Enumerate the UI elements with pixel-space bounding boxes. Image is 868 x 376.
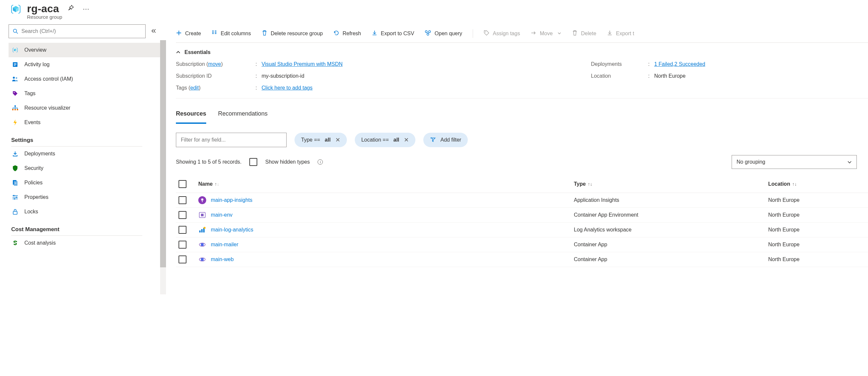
- collapse-sidebar-button[interactable]: [151, 28, 156, 35]
- more-button[interactable]: ⋯: [83, 5, 89, 13]
- sidebar-item-label: Overview: [24, 47, 46, 53]
- scrollbar-thumb[interactable]: [160, 40, 166, 268]
- delete-resource-group-button[interactable]: Delete resource group: [261, 30, 323, 37]
- close-icon[interactable]: ✕: [335, 136, 340, 144]
- show-hidden-checkbox[interactable]: [249, 158, 257, 166]
- sidebar-item-resource-visualizer[interactable]: Resource visualizer: [8, 101, 162, 115]
- row-checkbox[interactable]: [179, 196, 186, 204]
- svg-point-18: [13, 195, 14, 196]
- resource-link[interactable]: main-mailer: [211, 242, 239, 248]
- sidebar-search-input[interactable]: [22, 28, 141, 34]
- sidebar-item-events[interactable]: Events: [8, 115, 162, 130]
- subscription-link[interactable]: Visual Studio Premium with MSDN: [261, 61, 343, 67]
- add-filter-button[interactable]: Add filter: [423, 133, 468, 147]
- sort-icon: ↑↓: [588, 181, 592, 187]
- subscription-move-link[interactable]: move: [208, 61, 221, 67]
- svg-rect-31: [201, 229, 203, 232]
- essentials-subscription-key: Subscription (move):: [176, 61, 261, 67]
- sidebar-item-label: Security: [24, 165, 43, 171]
- sidebar-item-activity-log[interactable]: Activity log: [8, 57, 162, 72]
- grouping-select[interactable]: No grouping: [732, 155, 857, 169]
- tags-icon: [11, 91, 19, 96]
- svg-rect-15: [17, 109, 18, 110]
- table-row[interactable]: main-envContainer App EnvironmentNorth E…: [176, 208, 868, 223]
- open-query-button[interactable]: Open query: [425, 30, 462, 37]
- svg-rect-37: [201, 258, 204, 261]
- select-all-checkbox[interactable]: [179, 180, 186, 188]
- search-icon: [13, 29, 18, 34]
- filter-pill-type[interactable]: Type == all✕: [294, 133, 347, 147]
- column-header-name[interactable]: Name↑↓: [196, 176, 571, 193]
- events-icon: [11, 119, 19, 126]
- resource-link[interactable]: main-web: [211, 256, 234, 262]
- sidebar-item-tags[interactable]: Tags: [8, 86, 162, 101]
- sidebar-item-locks[interactable]: Locks: [8, 205, 162, 219]
- export-csv-button[interactable]: Export to CSV: [372, 30, 414, 37]
- security-icon: [11, 165, 19, 171]
- row-checkbox[interactable]: [179, 241, 186, 249]
- tab-recommendations[interactable]: Recommendations: [218, 107, 268, 124]
- sidebar-item-label: Access control (IAM): [24, 76, 73, 82]
- sidebar-item-security[interactable]: Security: [8, 161, 162, 176]
- table-row[interactable]: main-webContainer AppNorth Europe: [176, 252, 868, 267]
- deployments-link[interactable]: 1 Failed,2 Succeeded: [654, 61, 705, 67]
- refresh-button[interactable]: Refresh: [333, 30, 361, 37]
- column-header-location[interactable]: Location↑↓: [766, 176, 868, 193]
- trash-icon: [261, 30, 268, 37]
- deployments-icon: [11, 151, 19, 157]
- sidebar-scrollbar[interactable]: [160, 40, 166, 294]
- sidebar-item-label: Cost analysis: [24, 240, 56, 246]
- pin-button[interactable]: [67, 5, 74, 13]
- filter-pill-location[interactable]: Location == all✕: [355, 133, 415, 147]
- close-icon[interactable]: ✕: [404, 136, 409, 144]
- sidebar-item-properties[interactable]: Properties: [8, 190, 162, 205]
- svg-point-11: [14, 92, 15, 93]
- row-checkbox[interactable]: [179, 211, 186, 219]
- resource-link[interactable]: main-env: [211, 212, 232, 218]
- svg-line-4: [17, 32, 18, 34]
- access-control-icon: [11, 76, 19, 82]
- row-checkbox[interactable]: [179, 255, 186, 263]
- tab-resources[interactable]: Resources: [176, 107, 206, 124]
- essentials-deployments-key: Deployments:: [591, 61, 654, 67]
- edit-columns-button[interactable]: Edit columns: [212, 30, 251, 37]
- svg-point-25: [485, 31, 486, 32]
- tags-edit-link[interactable]: edit: [190, 85, 199, 91]
- page-header: rg-aca ⋯ Resource group: [0, 0, 868, 24]
- sidebar-item-access-control[interactable]: Access control (IAM): [8, 72, 162, 86]
- table-row[interactable]: main-mailerContainer AppNorth Europe: [176, 238, 868, 252]
- essentials-subscription-id-val: my-subscription-id: [261, 73, 591, 79]
- sort-icon: ↑↓: [792, 181, 797, 187]
- svg-point-26: [201, 198, 204, 201]
- sidebar-item-label: Events: [24, 120, 40, 125]
- create-button[interactable]: Create: [176, 30, 201, 37]
- svg-point-33: [204, 227, 206, 229]
- filter-input[interactable]: [176, 133, 287, 147]
- resource-type: Application Insights: [571, 193, 766, 208]
- sidebar-item-overview[interactable]: Overview: [8, 43, 162, 57]
- sidebar-item-deployments[interactable]: Deployments: [8, 147, 162, 161]
- sidebar-item-label: Policies: [24, 180, 42, 186]
- svg-point-19: [16, 196, 17, 198]
- sidebar-item-cost-analysis[interactable]: Cost analysis: [8, 236, 162, 250]
- refresh-icon: [333, 30, 339, 37]
- row-checkbox[interactable]: [179, 226, 186, 234]
- sidebar-item-label: Properties: [24, 194, 49, 200]
- essentials-section: Essentials Subscription (move): Visual S…: [176, 43, 868, 98]
- essentials-toggle[interactable]: Essentials: [176, 50, 868, 55]
- column-header-type[interactable]: Type↑↓: [571, 176, 766, 193]
- sidebar-item-policies[interactable]: Policies: [8, 176, 162, 190]
- resource-type: Container App: [571, 238, 766, 252]
- sidebar-item-label: Tags: [24, 91, 36, 96]
- resource-location: North Europe: [766, 223, 868, 238]
- table-row[interactable]: main-log-analyticsLog Analytics workspac…: [176, 223, 868, 238]
- download-icon: [372, 30, 377, 37]
- sidebar-search[interactable]: [8, 24, 146, 38]
- resource-link[interactable]: main-app-insights: [211, 197, 252, 203]
- resource-location: North Europe: [766, 252, 868, 267]
- table-row[interactable]: main-app-insightsApplication InsightsNor…: [176, 193, 868, 208]
- info-icon[interactable]: i: [317, 159, 323, 165]
- tags-add-link[interactable]: Click here to add tags: [261, 85, 313, 91]
- cost-analysis-icon: [11, 240, 19, 246]
- resource-link[interactable]: main-log-analytics: [211, 227, 253, 233]
